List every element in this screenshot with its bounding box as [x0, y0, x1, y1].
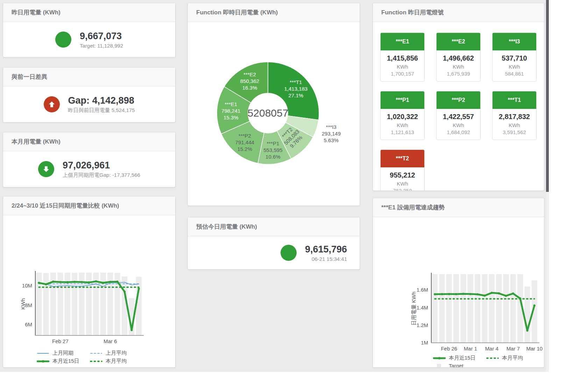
donut-slice-label: ***I3293,1495.63%: [322, 124, 341, 143]
legend-label: 本月平均: [106, 358, 127, 364]
tile-header: ***T1: [493, 91, 536, 109]
light-tile-t1[interactable]: ***T1 2,817,832 KWh 3,591,562: [492, 91, 537, 140]
legend-line-sample: [37, 359, 49, 364]
legend-item[interactable]: 本月近15日: [37, 358, 90, 364]
donut-center-total: 5208057: [248, 107, 289, 119]
tile-unit: KWh: [493, 64, 536, 70]
y-tick-label: 1.2M: [417, 322, 428, 328]
legend-line-sample: [486, 355, 499, 361]
legend-target-sample: [433, 363, 446, 368]
legend-line-sample: [90, 359, 102, 364]
y-tick-label: 6M: [25, 321, 32, 327]
panel-day-gap: 與前一日差異 Gap: 4,142,898 昨日與前日用電量 5,524,175: [3, 67, 176, 123]
e1-trend-line-chart: 1M1.2M1.4M1.6MFeb 26Mar 1Mar 4Mar 7Mar 1…: [373, 217, 544, 352]
tile-header: ***P2: [437, 91, 480, 109]
legend-line-sample: [433, 355, 446, 361]
light-tile-e1[interactable]: ***E1 1,415,856 KWh 1,700,157: [380, 33, 425, 82]
light-tile-t2[interactable]: ***T2 955,212 KWh 762,358: [380, 150, 425, 191]
legend-label: 本月近15日: [449, 355, 476, 361]
tile-header: ***P1: [381, 91, 424, 109]
tile-target: 3,591,562: [493, 129, 536, 135]
panel-estimate-today: 預估今日用電量 (KWh) 9,615,796 06-21 15:34:41: [187, 217, 360, 270]
compare-chart-legend: 上月同期上月平均本月近15日本月平均Target: [37, 350, 175, 368]
legend-line-sample: [37, 350, 49, 356]
panel-title: 與前一日差異: [12, 73, 47, 81]
tile-unit: KWh: [381, 181, 424, 187]
legend-label: Target: [449, 363, 463, 368]
light-tile-i3[interactable]: ***I3 537,710 KWh 584,861: [492, 33, 537, 82]
stat-value: 97,026,961: [63, 160, 140, 171]
tile-value: 1,020,322: [381, 113, 424, 121]
tile-target: 1,684,092: [437, 129, 480, 135]
legend-label: 本月平均: [502, 355, 523, 361]
panel-yesterday-usage: 昨日用電量 (KWh) 9,667,073 Target: 11,128,992: [3, 3, 176, 57]
x-tick-label: Mar 4: [485, 346, 498, 352]
tile-unit: KWh: [437, 64, 480, 70]
x-tick-label: Mar 10: [526, 346, 543, 352]
stat-value: Gap: 4,142,898: [68, 95, 135, 106]
y-axis-title: 日用電量 KWh: [411, 292, 417, 326]
panel-title: Function 即時日用電量 (KWh): [196, 8, 278, 16]
tile-target: 1,675,939: [437, 71, 480, 77]
stat-value: 9,615,796: [305, 244, 347, 255]
legend-label: 本月近15日: [52, 358, 79, 364]
panel-month-usage: 本月用電量 (KWh) 97,026,961 上個月同期用電Gap: -17,3…: [3, 132, 176, 187]
compare-line-chart: 6M8M10MFeb 27Mar 6KWh: [3, 215, 175, 347]
x-tick-label: Mar 6: [104, 338, 117, 344]
panel-title: 本月用電量 (KWh): [12, 138, 61, 146]
tile-target: 762,358: [381, 188, 424, 191]
tile-value: 1,422,557: [437, 113, 480, 121]
legend-item[interactable]: Target: [37, 366, 90, 368]
legend-item[interactable]: 上月同期: [37, 350, 90, 356]
tile-unit: KWh: [381, 64, 424, 70]
panel-title: Function 昨日用電燈號: [381, 8, 444, 16]
tile-header: ***I3: [493, 33, 536, 50]
panel-realtime-donut: Function 即時日用電量 (KWh) ***T11,413,18327.1…: [187, 3, 360, 206]
legend-item[interactable]: 本月平均: [90, 358, 143, 364]
stat-subtitle: Target: 11,128,992: [80, 43, 123, 49]
x-tick-label: Feb 26: [441, 346, 457, 352]
legend-item[interactable]: 本月近15日: [433, 355, 486, 361]
scrollbar-thumb[interactable]: [546, 0, 549, 192]
legend-item[interactable]: Target: [433, 363, 486, 368]
tile-value: 2,817,832: [493, 113, 536, 121]
light-tile-p2[interactable]: ***P2 1,422,557 KWh 1,684,092: [436, 91, 481, 140]
y-axis-title: KWh: [20, 298, 26, 310]
legend-line-sample: [90, 350, 102, 356]
tile-header: ***E1: [381, 33, 424, 50]
tile-unit: KWh: [437, 122, 480, 128]
panel-e1-trend: ***E1 設備用電達成趨勢 1M1.2M1.4M1.6MFeb 26Mar 1…: [373, 198, 544, 368]
stat-timestamp: 06-21 15:34:41: [305, 256, 347, 262]
panel-title: 預估今日用電量 (KWh): [196, 223, 257, 231]
tile-header: ***E2: [437, 33, 480, 50]
realtime-usage-donut-chart: ***T11,413,18327.1%***I3293,1495.63%***T…: [188, 22, 360, 206]
tile-unit: KWh: [381, 122, 424, 128]
panel-compare-chart: 2/24~3/10 近15日同期用電量比較 (KWh) 6M8M10MFeb 2…: [3, 196, 176, 368]
panel-yesterday-lights: Function 昨日用電燈號 ***E1 1,415,856 KWh 1,70…: [373, 3, 544, 191]
arrow-up-circle-icon: [44, 96, 60, 112]
legend-item[interactable]: 上月平均: [90, 350, 143, 356]
light-tile-p1[interactable]: ***P1 1,020,322 KWh 1,121,613: [380, 91, 425, 140]
tile-value: 1,496,662: [437, 54, 480, 62]
light-tile-e2[interactable]: ***E2 1,496,662 KWh 1,675,939: [436, 33, 481, 82]
y-tick-label: 8M: [25, 302, 32, 308]
tile-value: 955,212: [381, 171, 424, 179]
tile-header: ***T2: [381, 150, 424, 167]
status-circle-icon: [281, 245, 297, 261]
tile-value: 1,415,856: [381, 54, 424, 62]
x-tick-label: Mar 1: [464, 346, 477, 352]
legend-target-sample: [37, 366, 49, 368]
y-tick-label: 1.6M: [417, 287, 428, 293]
x-tick-label: Mar 7: [506, 346, 520, 352]
legend-item[interactable]: 本月平均: [486, 355, 539, 361]
tile-value: 537,710: [493, 54, 536, 62]
panel-title: 2/24~3/10 近15日同期用電量比較 (KWh): [12, 202, 119, 210]
y-tick-label: 10M: [22, 283, 32, 289]
tile-unit: KWh: [493, 122, 536, 128]
arrow-down-circle-icon: [38, 161, 54, 177]
tile-target: 584,861: [493, 71, 536, 77]
legend-label: Target: [52, 366, 67, 368]
panel-title: 昨日用電量 (KWh): [12, 8, 61, 16]
stat-value: 9,667,073: [80, 30, 123, 42]
stat-subtitle: 昨日與前日用電量 5,524,175: [68, 107, 135, 114]
